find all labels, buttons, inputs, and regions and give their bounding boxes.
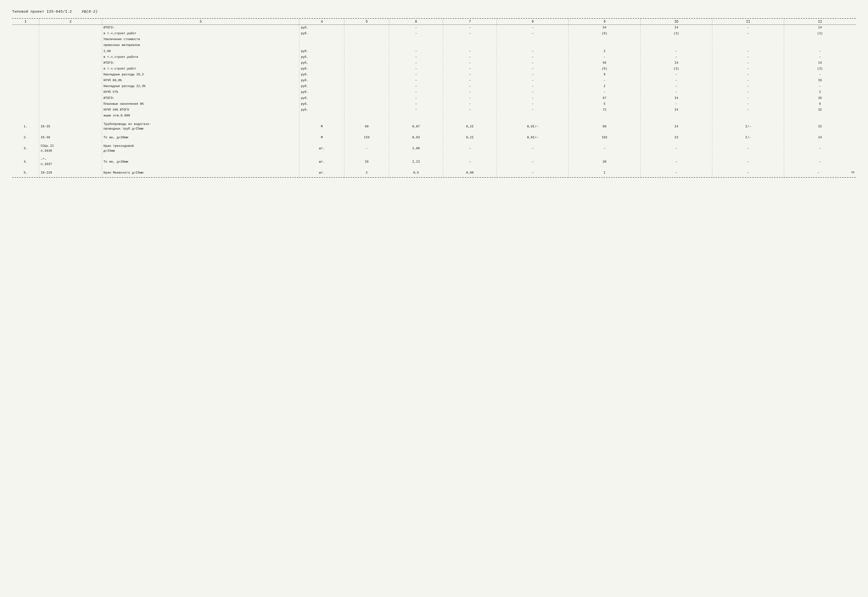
- col-header-2: 2: [39, 19, 102, 25]
- data-cell-3-4: I8: [344, 155, 389, 168]
- itogo-cell-10-7: –: [497, 83, 569, 89]
- itogo-cell-12-10: –: [712, 95, 784, 101]
- itogo-cell-12-9: I4: [640, 95, 712, 101]
- itogo-cell-5-6: –: [443, 54, 497, 60]
- col-header-7: 7: [443, 19, 497, 25]
- itogo-cell-13-3: руб.: [299, 101, 344, 107]
- itogo-cell-14-9: I4: [640, 107, 712, 113]
- itogo-cell-8-6: –: [443, 72, 497, 77]
- itogo-cell-10-11: –: [784, 83, 856, 89]
- itogo-cell-11-11: 2: [784, 89, 856, 95]
- itogo-cell-13-7: –: [497, 101, 569, 107]
- itogo-cell-3-11: [784, 42, 856, 48]
- itogo-cell-0-0: [12, 25, 39, 31]
- itogo-cell-8-9: –: [640, 72, 712, 77]
- table-row: 1.I6-35Трубопроводы из водогазо- проводн…: [12, 120, 856, 133]
- table-row: 3.ССЦч.II п.I036Кран трехходовой д=I5ммш…: [12, 142, 856, 155]
- itogo-cell-10-5: –: [389, 83, 443, 89]
- itogo-row: Накладные расходы I8,3руб.–––9–––: [12, 72, 856, 77]
- data-cell-1-9: 23: [640, 133, 712, 142]
- itogo-cell-11-0: [12, 89, 39, 95]
- itogo-cell-10-9: –: [640, 83, 712, 89]
- itogo-cell-13-0: [12, 101, 39, 107]
- itogo-cell-13-11: 6: [784, 101, 856, 107]
- data-cell-0-8: 60: [569, 120, 640, 133]
- itogo-cell-0-2: ИТОГО:: [102, 25, 299, 31]
- itogo-cell-12-7: –: [497, 95, 569, 101]
- itogo-cell-7-11: (3): [784, 66, 856, 72]
- itogo-cell-12-0: [12, 95, 39, 101]
- itogo-cell-7-6: –: [443, 66, 497, 72]
- itogo-cell-14-6: –: [443, 107, 497, 113]
- itogo-cell-1-0: [12, 31, 39, 36]
- itogo-cell-7-7: –: [497, 66, 569, 72]
- itogo-cell-10-1: [39, 83, 102, 89]
- itogo-cell-10-4: [344, 83, 389, 89]
- itogo-row: ИТОГО:руб.–––54I4–I4: [12, 25, 856, 31]
- col-header-8: 8: [497, 19, 569, 25]
- col-header-5: 5: [344, 19, 389, 25]
- vyishe-cell-9: [640, 113, 712, 120]
- itogo-cell-5-11: –: [784, 54, 856, 60]
- data-cell-0-9: I4: [640, 120, 712, 133]
- itogo-row: Накладные расходы 22,3%руб.–––2–––: [12, 83, 856, 89]
- itogo-cell-2-7: [497, 36, 569, 42]
- itogo-cell-1-2: в т.ч.строит.работ: [102, 31, 299, 36]
- itogo-cell-7-8: (8): [569, 66, 640, 72]
- itogo-cell-0-11: I4: [784, 25, 856, 31]
- itogo-cell-12-6: –: [443, 95, 497, 101]
- itogo-cell-3-6: [443, 42, 497, 48]
- data-cell-0-2: Трубопроводы из водогазо- проводных труб…: [102, 120, 299, 133]
- itogo-cell-11-3: руб.: [299, 89, 344, 95]
- col-header-10: IO: [640, 19, 712, 25]
- itogo-cell-8-11: –: [784, 72, 856, 77]
- itogo-cell-2-1: [39, 36, 102, 42]
- col-header-6: 6: [389, 19, 443, 25]
- itogo-row: в т.ч.строит.работруб.–––(8)(3)–(3): [12, 31, 856, 36]
- itogo-cell-2-0: [12, 36, 39, 42]
- col-header-9: 9: [569, 19, 640, 25]
- data-cell-4-11: –38: [784, 168, 856, 177]
- itogo-cell-0-6: –: [443, 25, 497, 31]
- vyishe-cell-6: [443, 113, 497, 120]
- itogo-cell-7-0: [12, 66, 39, 72]
- itogo-row: в т.ч.строит.работруб.–––(8)(3)–(3): [12, 66, 856, 72]
- data-cell-3-7: –: [497, 155, 569, 168]
- itogo-cell-12-2: ИТОГО:: [102, 95, 299, 101]
- itogo-cell-13-9: –: [640, 101, 712, 107]
- itogo-cell-6-2: ИТОГО:: [102, 60, 299, 66]
- itogo-cell-8-0: [12, 72, 39, 77]
- itogo-cell-9-6: –: [443, 77, 497, 83]
- itogo-cell-14-5: –: [389, 107, 443, 113]
- itogo-cell-5-9: –: [640, 54, 712, 60]
- vyishe-cell-5: [389, 113, 443, 120]
- itogo-cell-0-4: [344, 25, 389, 31]
- itogo-cell-6-3: руб.: [299, 60, 344, 66]
- itogo-cell-14-11: 32: [784, 107, 856, 113]
- col-header-1: 1: [12, 19, 39, 25]
- data-cell-3-3: шт.: [299, 155, 344, 168]
- table-row: 5.I8-229Кран Маевского д=I5ммшт.20,50,08…: [12, 168, 856, 177]
- itogo-cell-14-3: руб.: [299, 107, 344, 113]
- itogo-cell-6-8: 56: [569, 60, 640, 66]
- itogo-cell-2-9: [640, 36, 712, 42]
- itogo-cell-9-4: [344, 77, 389, 83]
- data-cell-2-10: –: [712, 142, 784, 155]
- itogo-cell-0-9: I4: [640, 25, 712, 31]
- itogo-cell-2-6: [443, 36, 497, 42]
- itogo-cell-11-5: –: [389, 89, 443, 95]
- itogo-cell-14-7: –: [497, 107, 569, 113]
- table-row: 2.I6-36То же, д=20ммМIIO0,930,2I0,0I/–I0…: [12, 133, 856, 142]
- data-cell-4-10: –: [712, 168, 784, 177]
- data-cell-1-2: То же, д=20мм: [102, 133, 299, 142]
- itogo-cell-9-5: –: [389, 77, 443, 83]
- itogo-cell-7-2: в т.ч.строит.работ: [102, 66, 299, 72]
- itogo-cell-7-3: руб.: [299, 66, 344, 72]
- data-cell-0-5: 0,87: [389, 120, 443, 133]
- sheet-code: УШ(8-2): [82, 10, 98, 14]
- itogo-cell-8-2: Накладные расходы I8,3: [102, 72, 299, 77]
- itogo-cell-5-2: в т.ч.строит.работи: [102, 54, 299, 60]
- data-cell-2-0: 3.: [12, 142, 39, 155]
- itogo-row: привозных материалов: [12, 42, 856, 48]
- itogo-cell-0-10: –: [712, 25, 784, 31]
